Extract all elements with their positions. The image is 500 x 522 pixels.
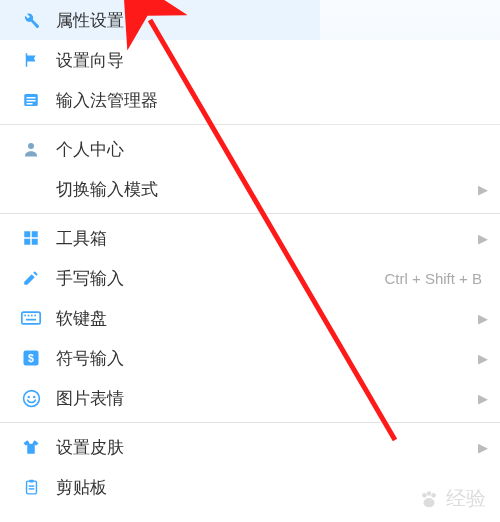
menu-item-label: 工具箱 — [56, 227, 474, 250]
chevron-right-icon: ▶ — [478, 351, 488, 366]
chevron-right-icon: ▶ — [478, 440, 488, 455]
svg-rect-10 — [24, 315, 26, 317]
wrench-icon — [20, 9, 42, 31]
svg-rect-9 — [22, 312, 40, 324]
menu-item-label: 图片表情 — [56, 387, 474, 410]
svg-rect-5 — [24, 231, 30, 237]
svg-point-17 — [23, 390, 39, 406]
svg-point-4 — [28, 143, 34, 149]
flag-icon — [20, 49, 42, 71]
menu-separator — [0, 213, 500, 214]
blank-icon — [20, 178, 42, 200]
menu-item-label: 设置向导 — [56, 49, 488, 72]
menu-item-soft-keyboard[interactable]: 软键盘 ▶ — [0, 298, 500, 338]
svg-rect-12 — [31, 315, 33, 317]
svg-rect-22 — [28, 485, 34, 486]
svg-rect-11 — [28, 315, 30, 317]
watermark: 经验 — [418, 485, 486, 512]
svg-rect-13 — [34, 315, 36, 317]
menu-item-handwriting[interactable]: 手写输入 Ctrl + Shift + B — [0, 258, 500, 298]
menu-item-label: 切换输入模式 — [56, 178, 474, 201]
menu-separator — [0, 124, 500, 125]
svg-rect-6 — [32, 231, 38, 237]
svg-rect-20 — [26, 481, 36, 494]
svg-rect-21 — [29, 479, 33, 482]
menu-item-user-center[interactable]: 个人中心 — [0, 129, 500, 169]
grid-icon — [20, 227, 42, 249]
pencil-icon — [20, 267, 42, 289]
context-menu: 属性设置 设置向导 输入法管理器 个人中心 切换输入模式 ▶ 工具箱 ▶ — [0, 0, 500, 507]
chevron-right-icon: ▶ — [478, 182, 488, 197]
svg-point-25 — [422, 493, 427, 498]
symbol-icon: $ — [20, 347, 42, 369]
svg-point-28 — [424, 498, 435, 507]
menu-item-label: 符号输入 — [56, 347, 474, 370]
menu-separator — [0, 422, 500, 423]
paw-icon — [418, 488, 440, 510]
svg-rect-1 — [27, 97, 36, 99]
menu-item-label: 软键盘 — [56, 307, 474, 330]
menu-item-switch-mode[interactable]: 切换输入模式 ▶ — [0, 169, 500, 209]
watermark-text: 经验 — [446, 485, 486, 512]
menu-item-label: 手写输入 — [56, 267, 384, 290]
svg-point-26 — [427, 491, 432, 496]
list-icon — [20, 89, 42, 111]
menu-item-properties[interactable]: 属性设置 — [0, 0, 500, 40]
svg-rect-7 — [24, 239, 30, 245]
svg-rect-14 — [26, 319, 36, 321]
menu-item-label: 设置皮肤 — [56, 436, 474, 459]
svg-rect-23 — [28, 488, 34, 489]
menu-item-label: 输入法管理器 — [56, 89, 488, 112]
clipboard-icon — [20, 476, 42, 498]
chevron-right-icon: ▶ — [478, 391, 488, 406]
chevron-right-icon: ▶ — [478, 231, 488, 246]
smile-icon — [20, 387, 42, 409]
menu-item-skin[interactable]: 设置皮肤 ▶ — [0, 427, 500, 467]
menu-item-label: 属性设置 — [56, 9, 488, 32]
svg-rect-2 — [27, 100, 36, 102]
svg-point-19 — [33, 395, 35, 397]
keyboard-icon — [20, 307, 42, 329]
menu-item-emoji[interactable]: 图片表情 ▶ — [0, 378, 500, 418]
svg-point-27 — [431, 493, 436, 498]
shirt-icon — [20, 436, 42, 458]
svg-rect-3 — [27, 103, 33, 105]
user-icon — [20, 138, 42, 160]
svg-text:$: $ — [28, 352, 34, 364]
chevron-right-icon: ▶ — [478, 311, 488, 326]
svg-point-18 — [27, 395, 29, 397]
menu-item-wizard[interactable]: 设置向导 — [0, 40, 500, 80]
menu-item-symbol-input[interactable]: $ 符号输入 ▶ — [0, 338, 500, 378]
menu-item-shortcut: Ctrl + Shift + B — [384, 270, 482, 287]
menu-item-toolbox[interactable]: 工具箱 ▶ — [0, 218, 500, 258]
menu-item-label: 个人中心 — [56, 138, 488, 161]
svg-rect-8 — [32, 239, 38, 245]
menu-item-ime-manager[interactable]: 输入法管理器 — [0, 80, 500, 120]
